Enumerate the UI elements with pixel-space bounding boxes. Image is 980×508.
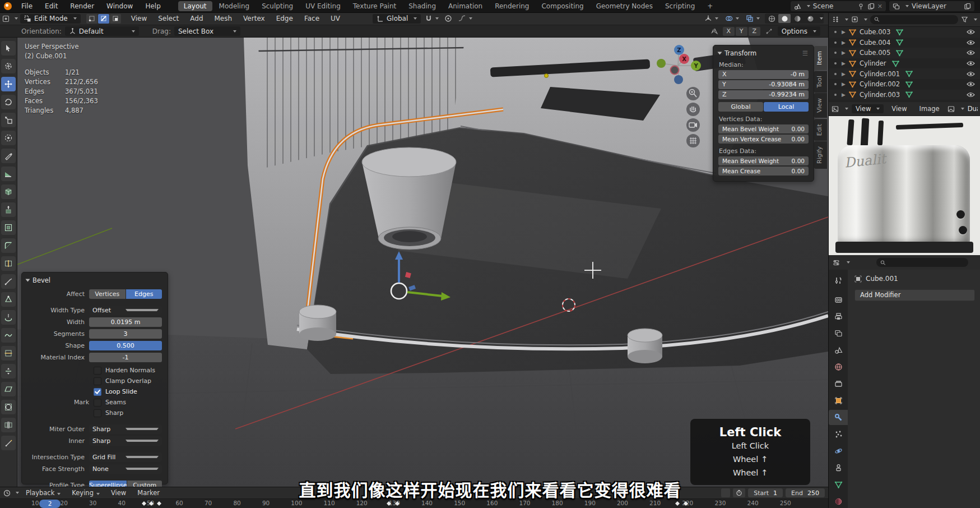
tool-shear-button[interactable] (1, 382, 16, 396)
axis-toggle[interactable]: Z (749, 27, 760, 36)
disclosure-arrow-icon[interactable]: ▶ (842, 29, 846, 35)
proportional-editing-icon[interactable] (443, 14, 454, 24)
tool-rip-edge-button[interactable] (1, 436, 16, 450)
menubar-menu[interactable]: Help (140, 1, 165, 11)
frame-start-field[interactable]: Start1 (748, 488, 783, 497)
workspace-tab[interactable]: Layout (178, 1, 212, 11)
sidebar-tab[interactable]: Rigify (814, 141, 827, 169)
timeline-marker-menu[interactable]: Marker (133, 488, 164, 498)
tool-transform-button[interactable] (1, 131, 16, 145)
orientation-dropdown[interactable]: Global (373, 14, 421, 24)
tool-inset-button[interactable] (1, 220, 16, 235)
properties-tab-object[interactable] (829, 393, 848, 408)
miter-outer-dropdown[interactable]: Sharp (89, 424, 162, 434)
properties-tab-particles[interactable] (829, 427, 848, 442)
show-overlays-icon[interactable] (723, 14, 741, 24)
disclosure-arrow-icon[interactable]: ▶ (842, 81, 846, 87)
tool-bevel-button[interactable] (1, 238, 16, 253)
shape-slider[interactable]: 0.500 (89, 341, 162, 350)
outliner-item[interactable]: ▶ Cube.005 (829, 48, 980, 58)
axis-neg-x-ball[interactable] (671, 66, 679, 75)
image-image-menu[interactable]: Image (915, 104, 944, 114)
edges-mean-bevel-weight-field[interactable]: Mean Bevel Weight0.00 (718, 156, 809, 165)
disclosure-arrow-icon[interactable]: ▶ (842, 61, 846, 66)
disclosure-arrow-icon[interactable]: ▶ (842, 40, 846, 45)
material-preview-button[interactable] (791, 14, 803, 23)
tool-add-cube-button[interactable] (1, 184, 16, 199)
mean-crease-field[interactable]: Mean Crease0.00 (718, 167, 809, 176)
display-mode-icon[interactable] (851, 16, 858, 23)
viewlayer-selector[interactable]: ViewLayer (889, 1, 974, 11)
loop-slide-checkbox[interactable] (94, 388, 101, 396)
properties-tab-physics[interactable] (829, 444, 848, 459)
keying-menu[interactable]: Keying (67, 488, 104, 498)
menubar-menu[interactable]: Edit (40, 1, 63, 11)
properties-tab-view-layer[interactable] (829, 326, 848, 341)
mean-bevel-weight-field[interactable]: Mean Bevel Weight0.00 (718, 124, 809, 133)
harden-normals-checkbox[interactable] (94, 367, 101, 375)
tool-annotate-button[interactable] (1, 149, 16, 163)
image-browse-icon[interactable] (948, 105, 955, 113)
miter-inner-dropdown[interactable]: Sharp (89, 436, 162, 446)
eye-icon[interactable] (967, 49, 975, 56)
viewport-menu[interactable]: Select (154, 13, 183, 24)
sidebar-tab[interactable]: Item (814, 46, 827, 70)
properties-search-input[interactable] (889, 258, 964, 266)
outliner-item[interactable]: ▶ Cube.003 (829, 27, 980, 38)
viewport-menu[interactable]: Edge (272, 13, 298, 24)
pin-icon[interactable] (857, 3, 865, 10)
falloff-curve-icon[interactable] (456, 14, 474, 24)
workspace-tab[interactable]: Sculpting (256, 1, 299, 11)
blender-logo-icon[interactable] (4, 2, 12, 10)
properties-tab-object-data[interactable] (829, 477, 848, 492)
image-datablock-name[interactable]: Dualit To (968, 105, 978, 113)
affect-vertices-button[interactable]: Vertices (89, 289, 126, 299)
face-strength-dropdown[interactable]: None (89, 464, 162, 474)
mode-dropdown[interactable]: Edit Mode (20, 14, 81, 24)
current-frame-indicator[interactable]: 2 (39, 500, 61, 508)
mean-vertex-crease-field[interactable]: Mean Vertex Crease0.00 (718, 135, 809, 144)
xray-toggle-icon[interactable] (744, 14, 761, 24)
tool-edge-slide-button[interactable] (1, 346, 16, 361)
segments-field[interactable]: 3 (89, 329, 162, 339)
outliner-item[interactable]: ▶ Cylinder.001 (829, 68, 980, 79)
editor-type-icon[interactable] (2, 15, 10, 22)
tool-rip-region-button[interactable] (1, 418, 16, 432)
options-dropdown[interactable]: Options (778, 26, 820, 36)
image-editor-icon[interactable] (832, 105, 839, 113)
breadcrumb-object-name[interactable]: Cube.001 (866, 275, 898, 283)
tool-spin-button[interactable] (1, 310, 16, 325)
outliner-item[interactable]: ▶ Cylinder.003 (829, 90, 980, 100)
timeline-view-menu[interactable]: View (106, 488, 131, 498)
viewport-menu[interactable]: View (127, 13, 151, 24)
viewport-menu[interactable]: UV (326, 13, 345, 24)
outliner-search[interactable] (870, 15, 958, 24)
timeline-editor-icon[interactable] (3, 489, 11, 497)
space-local-button[interactable]: Local (764, 102, 809, 112)
space-global-button[interactable]: Global (718, 102, 763, 112)
camera-view-button[interactable] (686, 118, 700, 132)
panel-grip-icon[interactable]: ☰ (802, 49, 809, 57)
scene-selector[interactable]: Scene ✕ (791, 1, 886, 11)
width-type-dropdown[interactable]: Offset (89, 306, 162, 315)
menubar-menu[interactable]: Window (101, 1, 138, 11)
outliner-item[interactable]: ▶ Cube.004 (829, 38, 980, 48)
axis-toggle[interactable]: Y (736, 27, 747, 36)
tool-measure-button[interactable] (1, 167, 16, 181)
tool-select-box-button[interactable] (1, 41, 16, 56)
menubar-menu[interactable]: Render (65, 1, 99, 11)
clamp-overlap-checkbox[interactable] (94, 377, 101, 385)
outliner-editor-icon[interactable] (832, 16, 839, 23)
viewport-menu[interactable]: Mesh (210, 13, 237, 24)
foot-cylinder-right[interactable] (628, 329, 662, 363)
properties-tab-collection[interactable] (829, 376, 848, 391)
tool-smooth-button[interactable] (1, 328, 16, 343)
workspace-tab[interactable]: + (702, 1, 718, 11)
axis-neg-z-ball[interactable] (674, 75, 683, 84)
snap-falloff-icon[interactable] (763, 26, 775, 36)
workspace-tab[interactable]: Animation (443, 1, 488, 11)
mirror-icon[interactable] (708, 26, 720, 36)
tool-shrink-fatten-button[interactable] (1, 364, 16, 378)
mark-seams-checkbox[interactable] (94, 399, 101, 407)
show-gizmo-icon[interactable] (703, 14, 720, 24)
